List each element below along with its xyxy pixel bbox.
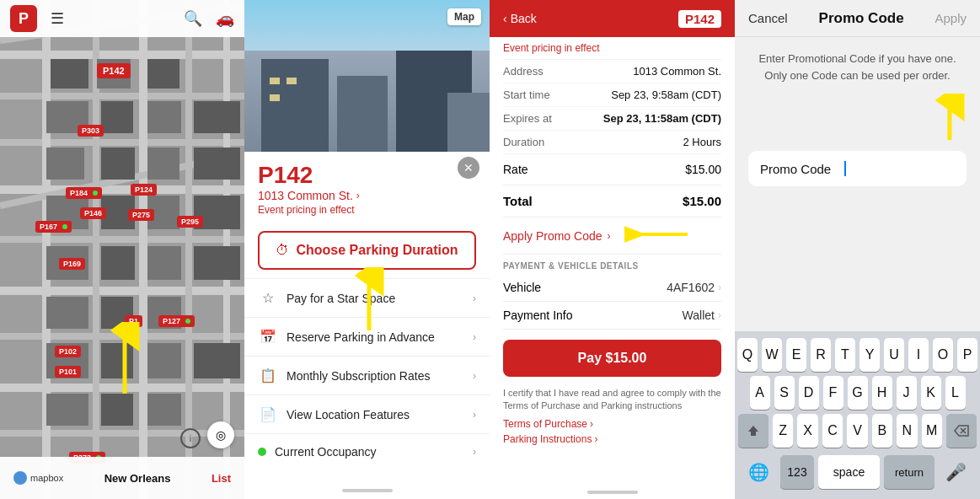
parking-pin-p303[interactable]: P303: [78, 125, 104, 137]
parking-pin-p275[interactable]: P275: [128, 209, 154, 221]
key-y[interactable]: Y: [860, 338, 880, 372]
parking-instructions-link[interactable]: Parking Instructions ›: [503, 432, 721, 447]
parking-pin-p142[interactable]: P142: [97, 63, 131, 78]
key-h[interactable]: H: [872, 376, 892, 410]
consent-text: I certify that I have read and agree to …: [503, 387, 721, 416]
key-s[interactable]: S: [774, 376, 795, 410]
list-button[interactable]: List: [212, 472, 231, 485]
parking-pin-p167[interactable]: P167: [35, 221, 72, 233]
key-w[interactable]: W: [762, 338, 782, 372]
key-t[interactable]: T: [835, 338, 855, 372]
car-icon[interactable]: 🚗: [216, 9, 234, 28]
promo-yellow-arrow: [624, 226, 692, 245]
key-z[interactable]: Z: [773, 414, 793, 448]
hamburger-icon[interactable]: ☰: [51, 9, 64, 28]
choose-parking-button[interactable]: ⏱ Choose Parking Duration: [258, 231, 476, 270]
terms-chevron-icon: ›: [590, 418, 593, 430]
promo-chevron-icon: ›: [608, 230, 611, 242]
shift-key[interactable]: [738, 414, 768, 448]
key-o[interactable]: O: [933, 338, 953, 372]
parking-pin-p101[interactable]: P101: [55, 366, 81, 378]
menu-item-features-label: View Location Features: [287, 408, 473, 421]
keyboard-row-3: Z X C V B N M: [738, 414, 977, 448]
key-b[interactable]: B: [872, 414, 892, 448]
terms-link[interactable]: Terms of Purchase ›: [503, 416, 721, 432]
payment-info-row[interactable]: Payment Info Wallet ›: [503, 302, 721, 330]
parking-pin-p169[interactable]: P169: [59, 258, 85, 270]
back-button[interactable]: ‹ Back: [503, 12, 537, 25]
key-r[interactable]: R: [811, 338, 831, 372]
map-toggle-button[interactable]: Map: [447, 8, 481, 25]
duration-row: Duration 2 Hours: [503, 131, 721, 154]
promo-panel: Cancel Promo Code Apply Enter Promotiona…: [735, 0, 980, 499]
location-icon[interactable]: ◎: [207, 421, 234, 448]
cancel-button[interactable]: Cancel: [748, 11, 788, 25]
promo-input-row: Promo Code: [748, 151, 967, 186]
key-c[interactable]: C: [822, 414, 843, 448]
key-v[interactable]: V: [847, 414, 867, 448]
key-g[interactable]: G: [848, 376, 868, 410]
key-d[interactable]: D: [799, 376, 819, 410]
parking-pin-p295[interactable]: P295: [177, 216, 203, 228]
close-button[interactable]: ✕: [458, 157, 479, 179]
menu-item-subscription[interactable]: 📋 Monthly Subscription Rates ›: [244, 356, 490, 394]
delete-key[interactable]: [946, 414, 977, 448]
location-photo: Map: [244, 0, 490, 152]
svg-marker-8: [748, 426, 758, 436]
total-value: $15.00: [683, 194, 721, 208]
promo-info-text: Enter Promotional Code if you have one. …: [748, 51, 967, 83]
location-id-label: P142: [258, 162, 476, 189]
location-address[interactable]: 1013 Common St. ›: [258, 189, 476, 202]
chevron-right-icon-2: ›: [473, 331, 476, 343]
microphone-key[interactable]: 🎤: [939, 459, 973, 486]
duration-label: Duration: [503, 136, 579, 148]
key-q[interactable]: Q: [737, 338, 758, 372]
key-k[interactable]: K: [921, 376, 941, 410]
location-header: P142 1013 Common St. › Event pricing in …: [244, 152, 490, 223]
chevron-right-icon-5: ›: [473, 446, 476, 458]
start-time-row: Start time Sep 23, 9:58am (CDT): [503, 83, 721, 107]
vehicle-row[interactable]: Vehicle 4AF1602 ›: [503, 274, 721, 302]
menu-item-occupancy[interactable]: Current Occupancy ›: [244, 433, 490, 469]
parking-pin-p127[interactable]: P127: [158, 315, 195, 327]
parking-pin-p124[interactable]: P124: [131, 184, 157, 196]
key-a[interactable]: A: [750, 376, 770, 410]
key-e[interactable]: E: [786, 338, 806, 372]
globe-key[interactable]: 🌐: [742, 459, 776, 486]
keyboard-row-2: A S D F G H J K L: [738, 376, 977, 410]
return-key[interactable]: return: [884, 455, 934, 489]
apply-button[interactable]: Apply: [934, 11, 967, 25]
menu-item-features[interactable]: 📄 View Location Features ›: [244, 394, 490, 433]
key-x[interactable]: X: [797, 414, 817, 448]
key-n[interactable]: N: [897, 414, 917, 448]
payment-body: Event pricing in effect Address 1013 Com…: [490, 37, 735, 486]
key-u[interactable]: U: [884, 338, 904, 372]
parking-pin-p184[interactable]: P184: [66, 187, 102, 199]
promo-code-row[interactable]: Apply Promo Code ›: [503, 217, 721, 255]
total-label: Total: [503, 194, 533, 208]
key-f[interactable]: F: [823, 376, 843, 410]
vehicle-chevron-icon: ›: [718, 282, 721, 293]
event-pricing-bar: Event pricing in effect: [503, 37, 721, 60]
address-row: Address 1013 Common St.: [503, 60, 721, 83]
parking-pin-p102[interactable]: P102: [55, 346, 81, 357]
star-icon: ☆: [258, 290, 278, 306]
key-j[interactable]: J: [897, 376, 917, 410]
key-l[interactable]: L: [945, 376, 966, 410]
parkwhiz-logo: P: [10, 5, 37, 32]
key-p[interactable]: P: [957, 338, 977, 372]
promo-cursor: [844, 161, 846, 176]
key-m[interactable]: M: [922, 414, 942, 448]
space-key[interactable]: space: [818, 455, 880, 489]
key-i[interactable]: I: [908, 338, 929, 372]
calendar-icon: 📅: [258, 329, 278, 345]
promo-body: Enter Promotional Code if you have one. …: [735, 37, 980, 200]
search-icon[interactable]: 🔍: [184, 9, 202, 28]
pay-button[interactable]: Pay $15.00: [503, 340, 721, 377]
vehicle-label: Vehicle: [503, 281, 541, 294]
numbers-key[interactable]: 123: [780, 455, 814, 489]
duration-value: 2 Hours: [579, 136, 721, 148]
info-icon[interactable]: i: [180, 428, 201, 448]
subscription-icon: 📋: [258, 368, 278, 384]
parking-pin-p146[interactable]: P146: [80, 207, 106, 219]
